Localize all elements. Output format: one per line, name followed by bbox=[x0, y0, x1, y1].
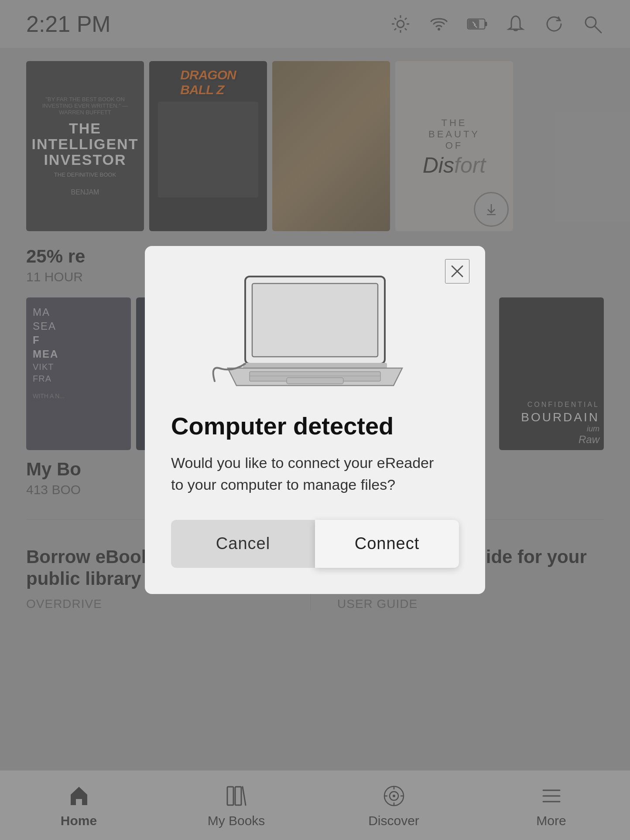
svg-rect-40 bbox=[287, 378, 343, 384]
modal-close-button[interactable] bbox=[445, 259, 469, 283]
laptop-illustration bbox=[171, 268, 459, 390]
cancel-button[interactable]: Cancel bbox=[171, 520, 315, 568]
modal-description: Would you like to connect your eReader t… bbox=[171, 452, 442, 495]
svg-rect-36 bbox=[252, 283, 378, 357]
modal-buttons: Cancel Connect bbox=[171, 520, 459, 568]
computer-detected-modal: Computer detected Would you like to conn… bbox=[145, 246, 485, 594]
modal-overlay: Computer detected Would you like to conn… bbox=[0, 0, 630, 840]
svg-rect-37 bbox=[243, 363, 387, 368]
connect-button[interactable]: Connect bbox=[315, 520, 459, 568]
modal-title: Computer detected bbox=[171, 412, 394, 440]
